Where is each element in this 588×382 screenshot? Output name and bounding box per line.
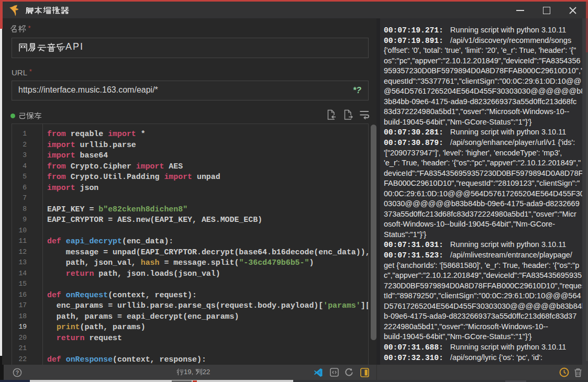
svg-text:?: ?: [16, 369, 19, 376]
